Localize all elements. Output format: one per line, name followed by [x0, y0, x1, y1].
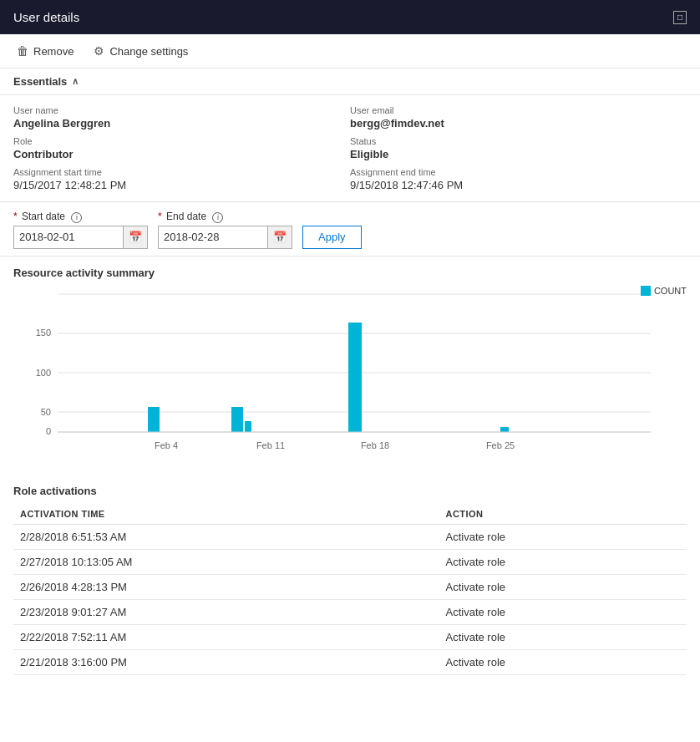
action-cell: Activate role [439, 649, 687, 674]
email-label: User email [350, 105, 687, 115]
col-action: ACTION [439, 504, 687, 525]
role-label: Role [13, 136, 350, 146]
apply-button[interactable]: Apply [302, 226, 362, 249]
role-activations-section: Role activations ACTIVATION TIME ACTION … [0, 478, 700, 675]
table-row: 2/26/2018 4:28:13 PM Activate role [13, 574, 687, 599]
action-cell: Activate role [439, 574, 687, 599]
action-cell: Activate role [439, 549, 687, 574]
role-activations-table: ACTIVATION TIME ACTION 2/28/2018 6:51:53… [13, 504, 687, 675]
chart-title: Resource activity summary [13, 267, 687, 279]
start-date-input-wrap: 📅 [13, 226, 148, 249]
restore-button[interactable]: □ [673, 11, 687, 24]
table-header: ACTIVATION TIME ACTION [13, 504, 687, 525]
start-date-field: * Start date i 📅 [13, 211, 148, 249]
activation-time-cell: 2/26/2018 4:28:13 PM [13, 574, 439, 599]
role-activations-title: Role activations [13, 485, 687, 497]
svg-text:Feb 4: Feb 4 [155, 440, 178, 450]
remove-label: Remove [33, 45, 74, 58]
chevron-up-icon: ∧ [72, 76, 79, 87]
end-date-label: * End date i [158, 211, 292, 223]
email-value: bergg@fimdev.net [350, 117, 687, 130]
assignment-end-field: Assignment end time 9/15/2018 12:47:46 P… [350, 167, 687, 191]
role-value: Contributor [13, 148, 350, 160]
legend-label: COUNT [654, 286, 687, 296]
svg-text:Feb 18: Feb 18 [361, 440, 389, 450]
change-settings-label: Change settings [109, 45, 188, 58]
activation-time-cell: 2/23/2018 9:01:27 AM [13, 599, 439, 624]
action-cell: Activate role [439, 624, 687, 649]
essentials-section-header[interactable]: Essentials ∧ [0, 69, 700, 95]
activation-time-cell: 2/21/2018 3:16:00 PM [13, 649, 439, 674]
chart-section: Resource activity summary COUNT 0 50 100… [0, 257, 700, 478]
svg-text:150: 150 [36, 328, 51, 338]
date-filter-row: * Start date i 📅 * End date i 📅 Apply [0, 202, 700, 257]
svg-text:Feb 11: Feb 11 [256, 440, 285, 450]
col-activation-time: ACTIVATION TIME [13, 504, 439, 525]
chart-legend: COUNT [641, 286, 687, 296]
status-value: Eligible [350, 148, 687, 160]
title-bar: User details □ [0, 0, 700, 34]
window-controls: □ [673, 11, 687, 24]
assignment-start-field: Assignment start time 9/15/2017 12:48:21… [13, 167, 350, 191]
end-date-input-wrap: 📅 [158, 226, 292, 249]
table-header-row: ACTIVATION TIME ACTION [13, 504, 687, 525]
remove-button[interactable]: 🗑 Remove [13, 41, 77, 61]
assignment-end-value: 9/15/2018 12:47:46 PM [350, 179, 687, 191]
essentials-label: Essentials [13, 75, 67, 88]
start-date-label: * Start date i [13, 211, 148, 223]
table-row: 2/22/2018 7:52:11 AM Activate role [13, 624, 687, 649]
remove-icon: 🗑 [17, 44, 28, 58]
bar-feb11-2 [245, 421, 251, 432]
svg-text:50: 50 [41, 407, 51, 417]
activation-time-cell: 2/22/2018 7:52:11 AM [13, 624, 439, 649]
bar-chart: 0 50 100 150 Feb 4 Feb 11 Feb 18 Feb 25 [13, 286, 687, 461]
end-date-input[interactable] [159, 226, 267, 248]
table-row: 2/23/2018 9:01:27 AM Activate role [13, 599, 687, 624]
activation-time-cell: 2/28/2018 6:51:53 AM [13, 524, 439, 549]
end-date-field: * End date i 📅 [158, 211, 292, 249]
table-row: 2/27/2018 10:13:05 AM Activate role [13, 549, 687, 574]
assignment-end-label: Assignment end time [350, 167, 687, 177]
activation-time-cell: 2/27/2018 10:13:05 AM [13, 549, 439, 574]
status-field: Status Eligible [350, 136, 687, 160]
end-date-info-icon[interactable]: i [212, 212, 223, 223]
legend-color-swatch [641, 286, 651, 296]
start-date-info-icon[interactable]: i [71, 212, 82, 223]
username-label: User name [13, 105, 350, 115]
svg-text:0: 0 [46, 426, 51, 436]
email-field: User email bergg@fimdev.net [350, 105, 687, 130]
change-settings-button[interactable]: ⚙ Change settings [90, 41, 191, 61]
username-field: User name Angelina Berggren [13, 105, 350, 130]
start-date-calendar-button[interactable]: 📅 [123, 226, 147, 248]
start-date-input[interactable] [14, 226, 123, 248]
bar-feb18-tall [348, 323, 362, 432]
end-date-calendar-button[interactable]: 📅 [267, 226, 292, 248]
toolbar: 🗑 Remove ⚙ Change settings [0, 34, 700, 69]
chart-container: COUNT 0 50 100 150 [13, 286, 687, 478]
window-title: User details [13, 10, 79, 24]
bar-feb11-1 [231, 407, 243, 432]
role-field: Role Contributor [13, 136, 350, 160]
svg-text:Feb 25: Feb 25 [486, 440, 515, 450]
action-cell: Activate role [439, 524, 687, 549]
assignment-start-label: Assignment start time [13, 167, 350, 177]
user-details-grid: User name Angelina Berggren User email b… [0, 95, 700, 202]
action-cell: Activate role [439, 599, 687, 624]
assignment-start-value: 9/15/2017 12:48:21 PM [13, 179, 350, 191]
table-body: 2/28/2018 6:51:53 AM Activate role 2/27/… [13, 524, 687, 674]
settings-icon: ⚙ [94, 44, 104, 58]
status-label: Status [350, 136, 687, 146]
bar-feb4-1 [148, 407, 160, 432]
table-row: 2/21/2018 3:16:00 PM Activate role [13, 649, 687, 674]
bar-feb25 [500, 427, 509, 432]
table-row: 2/28/2018 6:51:53 AM Activate role [13, 524, 687, 549]
username-value: Angelina Berggren [13, 117, 350, 130]
svg-text:100: 100 [36, 368, 51, 378]
